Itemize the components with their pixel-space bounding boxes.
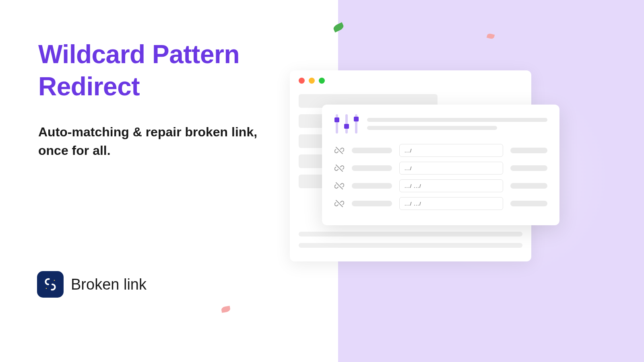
placeholder-pill (352, 201, 392, 206)
front-header (334, 114, 547, 134)
close-icon (299, 78, 305, 84)
window-front: .../ .../ .../ .../ .../ .../ (322, 105, 559, 225)
hero-text: Wildcard Pattern Redirect Auto-matching … (38, 38, 288, 160)
svg-point-0 (46, 288, 47, 289)
placeholder-line (299, 243, 522, 248)
placeholder-pill (510, 201, 547, 206)
header-placeholder (367, 118, 547, 130)
pattern-input[interactable]: .../ .../ (399, 197, 503, 210)
page-subtitle: Auto-matching & repair broken link, once… (38, 123, 288, 160)
brand-footer: Broken link (37, 271, 147, 298)
placeholder-pill (352, 183, 392, 189)
leaf-icon (221, 306, 231, 313)
page-title: Wildcard Pattern Redirect (38, 38, 288, 103)
pattern-row: .../ .../ (334, 197, 547, 210)
broken-link-icon (334, 181, 345, 191)
broken-link-icon (334, 145, 345, 156)
placeholder-pill (510, 183, 547, 189)
pattern-row: .../ .../ (334, 179, 547, 192)
broken-link-icon (42, 276, 58, 292)
broken-link-icon (334, 198, 345, 209)
pattern-input[interactable]: .../ (399, 144, 503, 157)
svg-point-1 (54, 280, 55, 281)
placeholder-pill (352, 148, 392, 153)
pattern-input[interactable]: .../ (399, 162, 503, 175)
maximize-icon (319, 78, 325, 84)
pattern-input[interactable]: .../ .../ (399, 179, 503, 192)
placeholder-line (299, 232, 522, 237)
placeholder-pill (510, 165, 547, 171)
minimize-icon (309, 78, 315, 84)
brand-logo (37, 271, 64, 298)
sliders-icon (334, 114, 359, 134)
pattern-row: .../ (334, 144, 547, 157)
traffic-lights (299, 78, 522, 84)
placeholder-pill (352, 165, 392, 171)
brand-name: Broken link (71, 276, 147, 293)
pattern-row: .../ (334, 162, 547, 175)
broken-link-icon (334, 163, 345, 173)
placeholder-pill (510, 148, 547, 153)
